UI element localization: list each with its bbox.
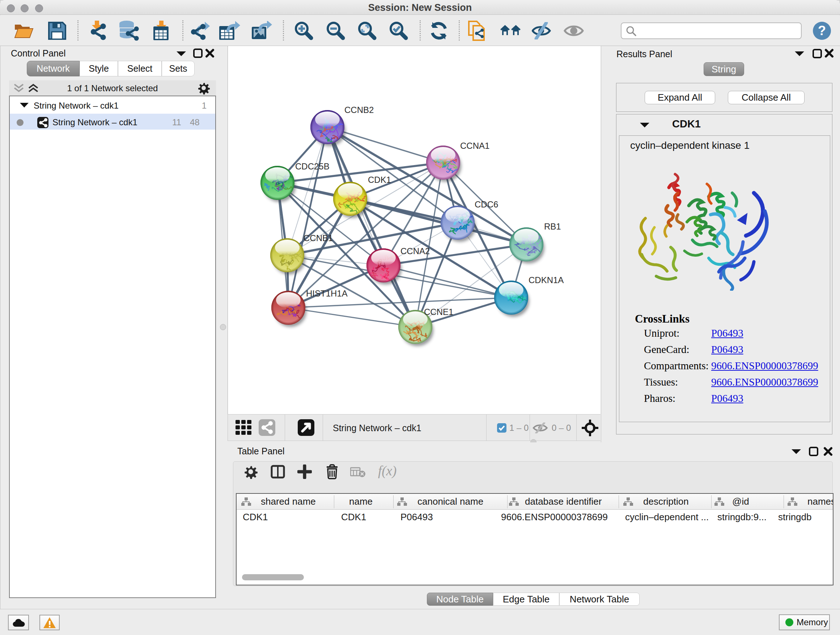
svg-text:RB1: RB1 <box>544 222 561 231</box>
svg-text:HIST1H1A: HIST1H1A <box>306 288 347 298</box>
svg-text:CCNB2: CCNB2 <box>344 105 374 115</box>
svg-text:CDK1: CDK1 <box>368 175 391 185</box>
svg-text:CDC25B: CDC25B <box>295 162 330 171</box>
svg-text:CCNE1: CCNE1 <box>424 307 453 317</box>
svg-text:CCNB1: CCNB1 <box>303 233 333 243</box>
svg-text:CDKN1A: CDKN1A <box>529 275 564 285</box>
svg-text:CCNA1: CCNA1 <box>460 141 489 150</box>
svg-text:CDC6: CDC6 <box>475 200 498 209</box>
svg-text:CCNA2: CCNA2 <box>401 246 430 256</box>
